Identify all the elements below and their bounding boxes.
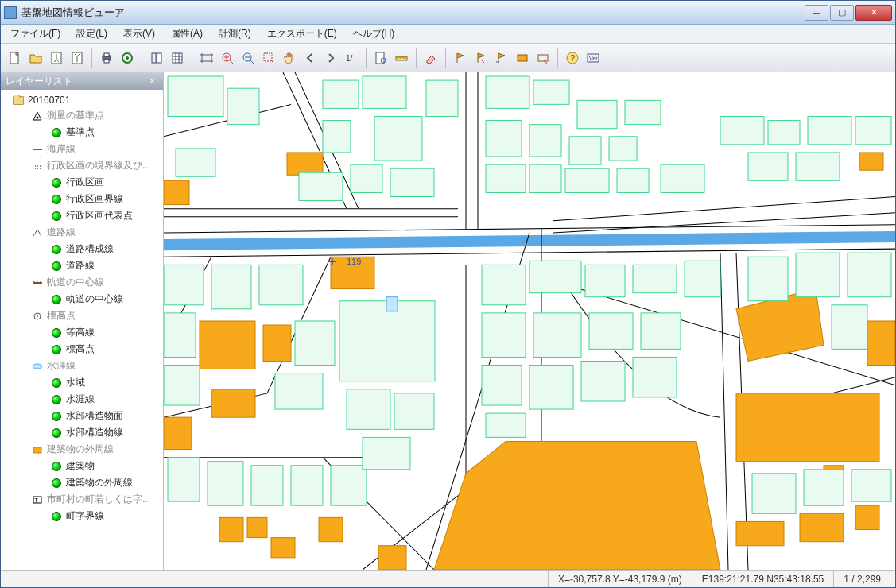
- box-icon[interactable]: [513, 48, 532, 68]
- menu-attributes[interactable]: 属性(A): [168, 25, 206, 42]
- zoom-out-icon[interactable]: [239, 48, 258, 68]
- visibility-dot-icon[interactable]: [50, 512, 63, 521]
- visibility-dot-icon[interactable]: [50, 478, 63, 488]
- status-xy: X=-30,757.8 Y=-43,179.9 (m): [548, 571, 692, 587]
- new-file-icon[interactable]: [6, 48, 25, 68]
- svg-rect-113: [589, 313, 633, 349]
- status-lonlat: E139:21:21.79 N35:43:18.55: [692, 571, 833, 587]
- export-image-icon[interactable]: [118, 48, 137, 68]
- tree-root[interactable]: 20160701: [4, 93, 163, 107]
- menu-view[interactable]: 表示(V): [120, 25, 158, 42]
- menu-settings[interactable]: 設定(L): [73, 25, 111, 42]
- clear-icon[interactable]: [421, 48, 440, 68]
- layer-list-header: レイヤーリスト ×: [1, 72, 163, 90]
- tree-layer[interactable]: 水部構造物線: [4, 424, 163, 441]
- open-folder-icon[interactable]: [26, 48, 45, 68]
- minimize-button[interactable]: ─: [805, 5, 828, 21]
- visibility-dot-icon[interactable]: [50, 428, 63, 438]
- svg-rect-85: [768, 121, 800, 145]
- visibility-dot-icon[interactable]: [50, 328, 63, 338]
- tree-group[interactable]: 行政区画の境界線及び...: [4, 157, 163, 174]
- visibility-dot-icon[interactable]: [50, 128, 63, 137]
- flag2-icon[interactable]: [471, 48, 491, 68]
- tree-group[interactable]: 海岸線: [4, 141, 163, 157]
- visibility-dot-icon[interactable]: [50, 345, 63, 354]
- maximize-button[interactable]: ▢: [830, 5, 854, 21]
- flag3-icon[interactable]: [492, 48, 511, 68]
- zoom-box-icon[interactable]: [259, 48, 278, 68]
- import-icon[interactable]: [68, 48, 87, 68]
- tree-group[interactable]: T市町村の町若しくは字...: [4, 491, 163, 508]
- svg-rect-47: [736, 393, 879, 462]
- tree-layer[interactable]: 建築物の外周線: [4, 474, 163, 491]
- layer-panel-icon[interactable]: [147, 48, 166, 68]
- tree-group[interactable]: 建築物の外周線: [4, 441, 163, 458]
- tree-layer[interactable]: 行政区画: [4, 174, 163, 191]
- visibility-dot-icon[interactable]: [50, 412, 63, 421]
- menu-export[interactable]: エクスポート(E): [264, 25, 340, 42]
- print-icon[interactable]: [97, 48, 116, 68]
- svg-rect-56: [319, 517, 343, 541]
- visibility-dot-icon[interactable]: [50, 178, 63, 188]
- svg-rect-65: [374, 117, 422, 161]
- svg-rect-60: [168, 76, 223, 116]
- scale-icon[interactable]: 1/: [342, 48, 361, 68]
- tree-layer[interactable]: 道路構成線: [4, 241, 163, 257]
- svg-rect-77: [569, 137, 601, 164]
- identify-icon[interactable]: [371, 48, 390, 68]
- table-icon[interactable]: [168, 48, 187, 68]
- pan-icon[interactable]: [280, 48, 299, 68]
- svg-rect-126: [851, 470, 891, 501]
- visibility-dot-icon[interactable]: [50, 378, 63, 388]
- tree-layer[interactable]: 行政区画界線: [4, 191, 163, 207]
- visibility-dot-icon[interactable]: [50, 211, 63, 221]
- svg-rect-109: [633, 265, 677, 292]
- version-icon[interactable]: Ver: [584, 48, 603, 68]
- box-edit-icon[interactable]: [533, 48, 553, 68]
- visibility-dot-icon[interactable]: [50, 295, 63, 304]
- tree-layer[interactable]: 基準点: [4, 124, 163, 141]
- visibility-dot-icon[interactable]: [50, 462, 63, 471]
- menu-help[interactable]: ヘルプ(H): [350, 25, 398, 42]
- ruler-icon[interactable]: [392, 48, 411, 68]
- layer-list-close-icon[interactable]: ×: [146, 75, 158, 87]
- svg-rect-75: [486, 121, 522, 157]
- visibility-dot-icon[interactable]: [50, 261, 63, 271]
- tree-group[interactable]: 軌道の中心線: [4, 274, 163, 291]
- help-icon[interactable]: ?: [563, 48, 582, 68]
- forward-icon[interactable]: [321, 48, 340, 68]
- flag1-icon[interactable]: [451, 48, 470, 68]
- tree-layer[interactable]: 標高点: [4, 341, 163, 358]
- tree-layer[interactable]: 軌道の中心線: [4, 291, 163, 308]
- layer-tree[interactable]: 20160701 測量の基準点基準点海岸線行政区画の境界線及び...行政区画行政…: [1, 90, 163, 570]
- svg-rect-92: [259, 265, 303, 304]
- menu-measure[interactable]: 計測(R): [215, 25, 254, 42]
- tree-group[interactable]: 道路線: [4, 224, 163, 241]
- menu-file[interactable]: ファイル(F): [7, 25, 64, 42]
- visibility-dot-icon[interactable]: [50, 245, 63, 254]
- close-button[interactable]: ✕: [855, 5, 892, 21]
- save-icon[interactable]: [47, 48, 66, 68]
- tree-layer[interactable]: 水部構造物面: [4, 408, 163, 424]
- map-canvas[interactable]: 119: [164, 72, 895, 570]
- visibility-dot-icon[interactable]: [50, 195, 63, 204]
- tree-layer[interactable]: 道路線: [4, 257, 163, 274]
- tree-layer[interactable]: 水域: [4, 374, 163, 391]
- back-icon[interactable]: [301, 48, 320, 68]
- svg-point-34: [37, 315, 38, 317]
- svg-rect-64: [363, 76, 406, 108]
- tree-layer[interactable]: 町字界線: [4, 508, 163, 524]
- tree-layer[interactable]: 等高線: [4, 324, 163, 341]
- full-extent-icon[interactable]: [197, 48, 216, 68]
- toolbar-separator: [192, 48, 192, 68]
- svg-rect-122: [848, 253, 891, 297]
- zoom-in-icon[interactable]: [218, 48, 237, 68]
- tree-group[interactable]: 測量の基準点: [4, 107, 163, 124]
- tree-group[interactable]: 水涯線: [4, 358, 163, 374]
- svg-rect-20: [538, 55, 548, 61]
- tree-layer[interactable]: 建築物: [4, 458, 163, 474]
- tree-group[interactable]: 標高点: [4, 308, 163, 324]
- visibility-dot-icon[interactable]: [50, 395, 63, 404]
- tree-layer[interactable]: 水涯線: [4, 391, 163, 408]
- tree-layer[interactable]: 行政区画代表点: [4, 207, 163, 224]
